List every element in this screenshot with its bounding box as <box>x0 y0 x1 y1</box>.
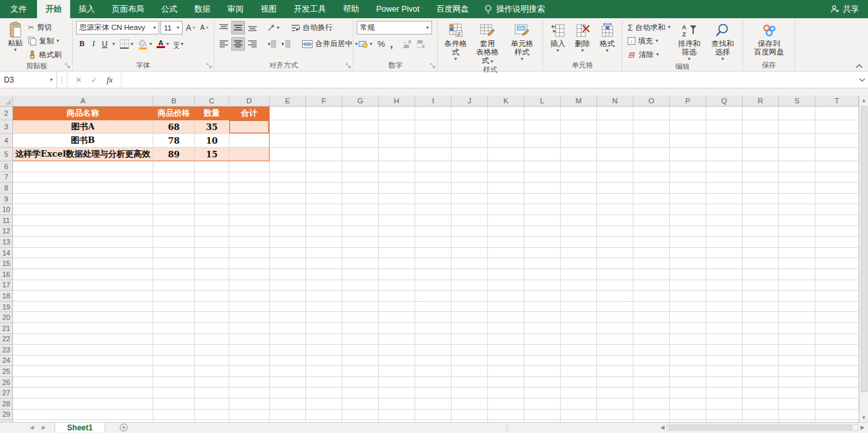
paste-button[interactable]: 粘贴 ▾ <box>5 21 26 53</box>
font-name-select[interactable]: 思源宋体 CN Heavy▾ <box>76 21 159 34</box>
cell-I25[interactable] <box>415 366 452 377</box>
font-color-button[interactable]: A ▾ <box>155 37 171 51</box>
cell-P18[interactable] <box>670 291 706 302</box>
cell-R19[interactable] <box>743 302 779 313</box>
cell-O6[interactable] <box>633 161 670 172</box>
column-header-A[interactable]: A <box>13 96 153 106</box>
cell-B19[interactable] <box>153 302 195 313</box>
cell-P26[interactable] <box>670 377 706 388</box>
cell-A29[interactable] <box>13 410 153 421</box>
cell-E4[interactable] <box>270 134 306 148</box>
cell-H4[interactable] <box>379 134 415 148</box>
name-box-splitter[interactable]: ⋮ <box>57 72 68 88</box>
cell-styles-button[interactable]: 单元格样式 ▾ <box>505 21 539 62</box>
cell-E14[interactable] <box>270 248 306 259</box>
cell-P10[interactable] <box>670 204 706 215</box>
cell-C28[interactable] <box>195 399 229 410</box>
cut-button[interactable]: ✂ 剪切 <box>26 21 64 34</box>
cell-J4[interactable] <box>452 134 488 148</box>
cell-G6[interactable] <box>342 161 379 172</box>
cell-H28[interactable] <box>379 399 415 410</box>
cell-O18[interactable] <box>633 291 670 302</box>
cell-K9[interactable] <box>488 194 524 205</box>
underline-button[interactable]: U <box>99 37 110 51</box>
cell-T25[interactable] <box>815 366 859 377</box>
cell-D26[interactable] <box>229 377 270 388</box>
cell-C10[interactable] <box>195 204 229 215</box>
cell-G11[interactable] <box>342 215 379 226</box>
cell-S4[interactable] <box>779 134 815 148</box>
cell-I7[interactable] <box>415 172 452 183</box>
share-button[interactable]: 共享 <box>821 0 868 18</box>
delete-cells-button[interactable]: 删除 ▾ <box>572 21 594 53</box>
column-header-L[interactable]: L <box>524 96 561 106</box>
cell-Q12[interactable] <box>706 226 743 237</box>
cell-E8[interactable] <box>270 183 306 194</box>
cell-P27[interactable] <box>670 387 706 399</box>
cell-G25[interactable] <box>342 366 379 377</box>
clear-button[interactable]: 清除 ▾ <box>626 48 672 61</box>
row-header-29[interactable]: 29 <box>0 410 13 421</box>
cell-B8[interactable] <box>153 183 195 194</box>
cell-A10[interactable] <box>13 204 153 215</box>
expand-formula-bar-chevron[interactable] <box>856 72 868 88</box>
cell-R14[interactable] <box>743 248 779 259</box>
cell-D11[interactable] <box>229 215 270 226</box>
cell-N4[interactable] <box>597 134 633 148</box>
cell-P17[interactable] <box>670 280 706 291</box>
row-header-15[interactable]: 15 <box>0 258 13 269</box>
cell-M20[interactable] <box>561 312 597 323</box>
cell-Q9[interactable] <box>706 194 743 205</box>
cell-D27[interactable] <box>229 387 270 399</box>
cell-Q29[interactable] <box>706 410 743 421</box>
cell-C3[interactable]: 35 <box>195 120 229 134</box>
sheet-nav-right-arrow[interactable]: ▶ <box>42 425 45 430</box>
cell-N29[interactable] <box>597 410 633 421</box>
cell-N26[interactable] <box>597 377 633 388</box>
cell-P11[interactable] <box>670 215 706 226</box>
cell-F29[interactable] <box>306 410 342 421</box>
cell-L28[interactable] <box>524 399 561 410</box>
cell-S9[interactable] <box>779 194 815 205</box>
cell-M18[interactable] <box>561 291 597 302</box>
cell-T15[interactable] <box>815 258 859 269</box>
cell-I23[interactable] <box>415 345 452 356</box>
cell-B20[interactable] <box>153 312 195 323</box>
cell-M27[interactable] <box>561 387 597 399</box>
cell-P14[interactable] <box>670 248 706 259</box>
cell-H9[interactable] <box>379 194 415 205</box>
cell-B16[interactable] <box>153 269 195 280</box>
cell-T3[interactable] <box>815 120 859 134</box>
cell-A11[interactable] <box>13 215 153 226</box>
cell-A24[interactable] <box>13 356 153 367</box>
cell-N11[interactable] <box>597 215 633 226</box>
column-header-C[interactable]: C <box>195 96 229 106</box>
cell-C7[interactable] <box>195 172 229 183</box>
cell-N3[interactable] <box>597 120 633 134</box>
increase-font-size-button[interactable]: A˄ <box>184 21 197 34</box>
cell-C13[interactable] <box>195 237 229 248</box>
cell-D3[interactable] <box>229 120 270 134</box>
cell-S8[interactable] <box>779 183 815 194</box>
cell-P3[interactable] <box>670 120 706 134</box>
cell-K16[interactable] <box>488 269 524 280</box>
cell-P12[interactable] <box>670 226 706 237</box>
cell-O10[interactable] <box>633 204 670 215</box>
cell-G24[interactable] <box>342 356 379 367</box>
cell-F9[interactable] <box>306 194 342 205</box>
cell-T21[interactable] <box>815 323 859 334</box>
cell-I13[interactable] <box>415 237 452 248</box>
cell-J17[interactable] <box>452 280 488 291</box>
cell-N19[interactable] <box>597 302 633 313</box>
cell-C21[interactable] <box>195 323 229 334</box>
cell-A9[interactable] <box>13 194 153 205</box>
copy-button[interactable]: 复制 ▾ <box>26 34 64 47</box>
cell-G3[interactable] <box>342 120 379 134</box>
cell-D8[interactable] <box>229 183 270 194</box>
cell-D12[interactable] <box>229 226 270 237</box>
decrease-font-size-button[interactable]: A˅ <box>198 21 211 34</box>
cell-E9[interactable] <box>270 194 306 205</box>
collapse-ribbon-chevron[interactable] <box>856 64 863 68</box>
cell-G8[interactable] <box>342 183 379 194</box>
cell-B26[interactable] <box>153 377 195 388</box>
